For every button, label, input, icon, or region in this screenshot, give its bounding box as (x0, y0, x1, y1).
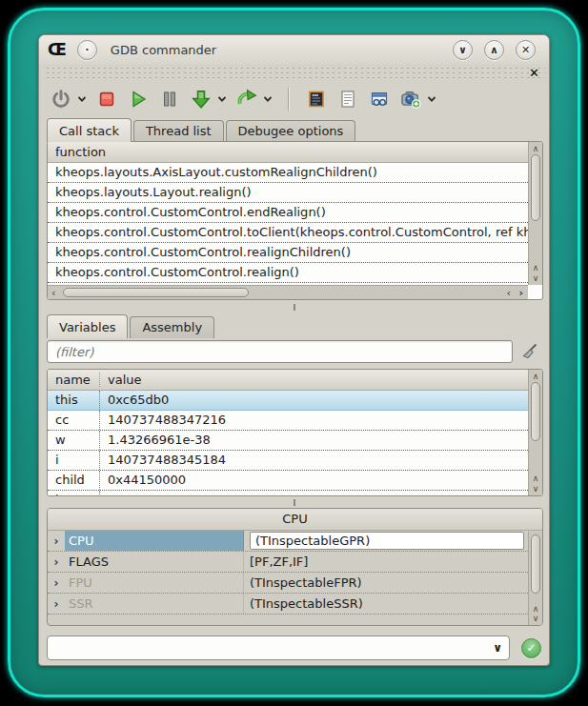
variable-row-child[interactable]: child0x44150000 (48, 471, 528, 491)
step-over-dropdown[interactable] (262, 87, 274, 111)
disassembly-button[interactable] (335, 87, 360, 111)
window-title: GDB commander (111, 43, 216, 57)
scroll-down-icon[interactable]: ∨ (529, 484, 542, 494)
watches-button[interactable] (367, 87, 392, 111)
tab-call-stack[interactable]: Call stack (47, 118, 132, 142)
variable-row-i[interactable]: i140737488345184 (48, 451, 528, 471)
filter-row (47, 340, 541, 363)
variables-header[interactable]: name value (48, 370, 528, 391)
cpu-row-flags[interactable]: › FLAGS [PF,ZF,IF] (48, 552, 528, 573)
minimize-button[interactable]: ∨ (453, 40, 473, 60)
tab-variables[interactable]: Variables (47, 314, 128, 338)
expand-icon[interactable]: › (48, 597, 65, 611)
scrollbar-thumb[interactable] (63, 288, 249, 297)
filter-input[interactable] (47, 340, 513, 363)
power-dropdown[interactable] (76, 87, 88, 111)
cpu-row-fpu[interactable]: › FPU (TInspectableFPR) (48, 573, 528, 594)
expand-icon[interactable]: › (48, 576, 65, 590)
cpu-row-ssr[interactable]: › SSR (TInspectableSSR) (48, 594, 528, 615)
chevron-down-icon: ∨ (458, 44, 467, 56)
callstack-row[interactable]: kheops.layouts.Layout.realign() (48, 183, 528, 203)
variable-row-cc[interactable]: cc140737488347216 (48, 411, 528, 431)
continue-button[interactable] (126, 87, 151, 111)
callstack-row[interactable]: kheops.control.CustomControl.realign() (48, 263, 528, 283)
watch-window-icon (370, 90, 389, 109)
inspect-dropdown[interactable] (426, 87, 437, 111)
step-into-dropdown[interactable] (216, 87, 228, 111)
scroll-up-icon[interactable]: ∧ (529, 144, 542, 153)
dock-handle-strip[interactable]: ✕ (43, 65, 545, 81)
callstack-table: function kheops.layouts.AxisLayout.custo… (47, 141, 543, 300)
memory-icon (307, 90, 326, 109)
variable-row-w[interactable]: w1.43266961e-38 (48, 431, 528, 451)
scrollbar-thumb[interactable] (531, 154, 540, 221)
scroll-left-icon[interactable]: ‹ (51, 286, 55, 299)
step-into-button[interactable] (189, 87, 213, 111)
scroll-up-icon[interactable]: ∧ (529, 604, 542, 614)
scroll-up-icon[interactable]: ∧ (529, 372, 542, 381)
callstack-vertical-scrollbar[interactable]: ∧ ∧ ∨ (528, 142, 542, 285)
scrollbar-thumb[interactable] (531, 535, 540, 594)
stop-button[interactable] (94, 87, 119, 111)
close-button[interactable]: ✕ (516, 40, 536, 60)
variables-vertical-scrollbar[interactable]: ∧ ∧ ∨ (528, 370, 542, 495)
stop-icon (97, 90, 116, 109)
tab-debugee-options[interactable]: Debugee options (226, 120, 356, 142)
scroll-up-icon[interactable]: ∧ (529, 474, 542, 483)
scroll-up-icon[interactable]: ∧ (529, 263, 542, 272)
column-value[interactable]: value (100, 373, 142, 387)
play-icon (129, 90, 148, 109)
clear-filter-button[interactable] (518, 340, 541, 363)
expand-icon[interactable]: › (48, 535, 65, 548)
scroll-down-icon[interactable]: ∨ (529, 273, 542, 283)
pin-dot-icon: · (85, 45, 89, 55)
scroll-left-icon[interactable]: ‹ (507, 286, 511, 299)
callstack-row[interactable]: kheops.layouts.AxisLayout.customRealignC… (48, 163, 528, 183)
scroll-right-icon[interactable]: › (518, 286, 523, 299)
cpu-vertical-scrollbar[interactable]: ∧ ∨ (528, 532, 542, 625)
pause-button[interactable] (157, 87, 182, 111)
tab-assembly[interactable]: Assembly (130, 316, 214, 338)
callstack-horizontal-scrollbar[interactable]: ‹ ‹ › (48, 285, 528, 299)
callstack-header[interactable]: function (48, 142, 528, 163)
step-over-icon (236, 89, 257, 110)
toolbar-separator (288, 88, 290, 111)
tab-thread-list[interactable]: Thread list (133, 120, 224, 142)
titlebar[interactable]: Œ · GDB commander ∨ ∧ ✕ (39, 35, 549, 64)
pin-button[interactable]: · (77, 40, 97, 60)
debug-toolbar (49, 83, 545, 115)
power-icon (51, 89, 71, 110)
chevron-down-icon (217, 95, 227, 103)
cpu-panel: CPU › CPU (TInspectableGPR) › FLAGS [PF,… (47, 508, 543, 626)
combo-dropdown-icon[interactable]: ∨ (486, 641, 509, 655)
cpu-panel-title: CPU (48, 509, 542, 531)
maximize-button[interactable]: ∧ (484, 40, 504, 60)
command-input[interactable] (48, 636, 486, 659)
execute-button[interactable]: ✓ (521, 638, 541, 658)
scroll-down-icon[interactable]: ∨ (529, 614, 542, 623)
callstack-row[interactable]: kheops.control.CustomControl.endRealign(… (48, 203, 528, 223)
memory-view-button[interactable] (304, 87, 329, 111)
column-name[interactable]: name (48, 373, 100, 387)
callstack-row[interactable]: kheops.control.CustomControl.realignChil… (48, 243, 528, 263)
command-combobox[interactable]: ∨ (47, 635, 510, 660)
chevron-down-icon (427, 95, 436, 103)
document-icon (338, 90, 357, 109)
chevron-down-icon (77, 95, 87, 103)
variable-row-this[interactable]: this0xc65db0 (48, 391, 528, 411)
inspect-button[interactable] (398, 87, 423, 111)
callstack-row[interactable]: kheops.control.CustomControl.toClient(kh… (48, 223, 528, 243)
gdb-commander-window: Œ · GDB commander ∨ ∧ ✕ ✕ (38, 34, 550, 666)
dock-close-icon[interactable]: ✕ (529, 65, 539, 81)
broom-icon (520, 342, 539, 361)
power-button[interactable] (49, 87, 73, 111)
inspector-camera-icon (400, 89, 421, 110)
expand-icon[interactable]: › (48, 555, 65, 569)
step-over-button[interactable] (234, 87, 259, 111)
scrollbar-thumb[interactable] (531, 382, 540, 441)
cpu-row-cpu[interactable]: › CPU (TInspectableGPR) (48, 531, 528, 552)
variable-row-b[interactable]: b1.43266961e-38 (48, 491, 528, 496)
splitter-handle[interactable] (39, 497, 549, 507)
splitter-handle[interactable] (39, 302, 549, 312)
cpu-value-editor[interactable]: (TInspectableGPR) (250, 532, 524, 550)
